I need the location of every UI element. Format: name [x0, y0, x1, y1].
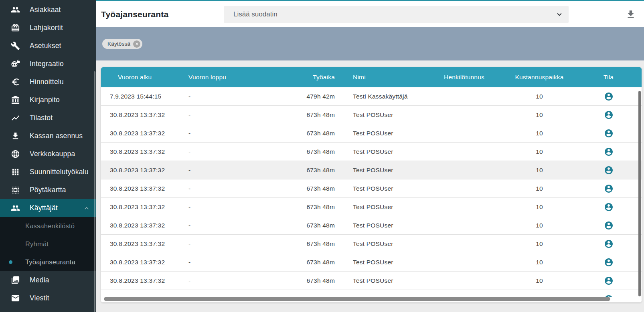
cell-tila [575, 165, 642, 175]
dashed-square-icon [10, 185, 20, 195]
cell-vuoron-loppu: - [180, 222, 253, 229]
cell-tyoaika: 673h 48m [253, 203, 339, 211]
cell-tila [575, 129, 642, 138]
add-filter-dropdown[interactable]: Lisää suodatin [224, 6, 569, 23]
cell-tyoaika: 673h 48m [253, 111, 339, 119]
table-row[interactable]: 30.8.2023 13:37:32-673h 48mTest POSUser1… [101, 179, 642, 198]
chevron-down-icon [555, 10, 564, 19]
grid-icon [10, 167, 20, 177]
vertical-scrollbar[interactable] [638, 91, 641, 296]
person-status-icon[interactable] [604, 129, 614, 138]
time-tracking-table-card: Vuoron alkuVuoron loppuTyöaikaNimiHenkil… [101, 67, 642, 302]
sidebar-item-label: Hinnoittelu [30, 78, 64, 86]
table-header-row: Vuoron alkuVuoron loppuTyöaikaNimiHenkil… [101, 67, 642, 87]
cell-vuoron-alku: 30.8.2023 13:37:32 [101, 203, 180, 211]
download-button[interactable] [626, 9, 636, 20]
sidebar-item-media[interactable]: Media [0, 271, 96, 289]
cell-nimi: Test POSUser [339, 203, 425, 211]
sidebar-item-label: Integraatio [30, 60, 64, 68]
cell-tyoaika: 479h 42m [253, 93, 339, 100]
table-row[interactable]: 30.8.2023 13:37:32-673h 48mTest POSUser1… [101, 161, 642, 179]
sidebar: AsiakkaatLahjakortitAsetuksetIntegraatio… [0, 0, 96, 312]
giftcard-icon [10, 23, 20, 33]
cell-vuoron-alku: 30.8.2023 13:37:32 [101, 148, 180, 155]
sidebar-item-verkkokauppa[interactable]: Verkkokauppa [0, 145, 96, 163]
sidebar-item-suunnittelutyokalu[interactable]: Suunnittelutyökalu [0, 163, 96, 181]
sidebar-item-label: Verkkokauppa [30, 150, 75, 158]
cell-nimi: Test POSUser [339, 277, 425, 284]
table-row[interactable]: 30.8.2023 13:37:32-673h 48mTest POSUser1… [101, 198, 642, 216]
cell-vuoron-alku: 7.9.2023 15:44:15 [101, 93, 180, 100]
table-row[interactable]: 30.8.2023 13:37:32-673h 48mTest POSUser1… [101, 253, 642, 272]
column-header-vuoron-alku: Vuoron alku [101, 74, 180, 81]
person-status-icon[interactable] [604, 165, 614, 175]
sidebar-item-tilastot[interactable]: Tilastot [0, 109, 96, 127]
cell-vuoron-loppu: - [180, 259, 253, 266]
sidebar-item-asiakkaat[interactable]: Asiakkaat [0, 1, 96, 19]
table-row[interactable]: 30.8.2023 13:37:32-673h 48mTest POSUser1… [101, 235, 642, 253]
cell-nimi: Test POSUser [339, 259, 425, 266]
cell-vuoron-loppu: - [180, 203, 253, 211]
content-area: Vuoron alkuVuoron loppuTyöaikaNimiHenkil… [96, 60, 644, 312]
sidebar-item-label: Suunnittelutyökalu [30, 168, 89, 176]
table-row[interactable]: 7.9.2023 15:44:15-479h 42mTesti Kassakäy… [101, 87, 642, 106]
sidebar-item-kayttajat[interactable]: Käyttäjät [0, 199, 96, 217]
cell-kustannuspaikka: 10 [503, 222, 575, 229]
person-status-icon[interactable] [604, 184, 614, 193]
sidebar-item-lahjakortit[interactable]: Lahjakortit [0, 19, 96, 37]
person-status-icon[interactable] [604, 276, 614, 286]
person-status-icon[interactable] [604, 92, 614, 101]
cell-tila [575, 202, 642, 212]
table-row[interactable]: 30.8.2023 13:37:32-673h 48mTest POSUser1… [101, 143, 642, 161]
sidebar-item-label: Kirjanpito [30, 96, 60, 104]
sidebar-item-viestit[interactable]: Viestit [0, 289, 96, 307]
sidebar-item-integraatio[interactable]: Integraatio [0, 55, 96, 73]
person-status-icon[interactable] [604, 239, 614, 249]
close-icon [135, 42, 139, 46]
cell-tyoaika: 673h 48m [253, 185, 339, 192]
sidebar-item-hinnoittelu[interactable]: Hinnoittelu [0, 73, 96, 91]
table-row[interactable]: 30.8.2023 13:37:32-673h 48mTest POSUser1… [101, 124, 642, 143]
sidebar-item-ryhmat[interactable]: Ryhmät [0, 235, 96, 253]
sidebar-item-tyoajanseuranta[interactable]: Työajanseuranta [0, 253, 96, 271]
sidebar-item-kassan-asennus[interactable]: Kassan asennus [0, 127, 96, 145]
person-status-icon[interactable] [604, 221, 614, 230]
media-icon [10, 276, 20, 285]
cell-kustannuspaikka: 10 [503, 277, 575, 284]
sidebar-nav: AsiakkaatLahjakortitAsetuksetIntegraatio… [0, 1, 96, 307]
people-icon [10, 5, 20, 15]
cell-nimi: Test POSUser [339, 111, 425, 119]
sidebar-scrollbar[interactable] [94, 71, 95, 312]
cell-tyoaika: 673h 48m [253, 259, 339, 266]
table-row[interactable]: 30.8.2023 13:37:32-673h 48mTest POSUser1… [101, 272, 642, 290]
main-pane: Työajanseuranta Lisää suodatin Käytössä [96, 0, 644, 312]
cell-tyoaika: 673h 48m [253, 130, 339, 137]
table-row[interactable]: 30.8.2023 13:37:32-673h 48mTest POSUser1… [101, 216, 642, 235]
cell-tyoaika: 673h 48m [253, 222, 339, 229]
cell-vuoron-alku: 30.8.2023 13:37:32 [101, 222, 180, 229]
download-icon [10, 131, 20, 141]
cell-tyoaika: 673h 48m [253, 167, 339, 174]
horizontal-scrollbar-track [101, 297, 642, 302]
globe-icon [10, 149, 20, 159]
person-status-icon[interactable] [604, 110, 614, 120]
cell-vuoron-loppu: - [180, 167, 253, 174]
sidebar-item-kirjanpito[interactable]: Kirjanpito [0, 91, 96, 109]
cell-vuoron-alku: 30.8.2023 13:37:32 [101, 130, 180, 137]
table-row[interactable]: 30.8.2023 13:37:32-673h 48mTest POSUser1… [101, 106, 642, 124]
cell-vuoron-loppu: - [180, 148, 253, 155]
sidebar-item-asetukset[interactable]: Asetukset [0, 37, 96, 55]
cell-vuoron-loppu: - [180, 185, 253, 192]
filter-chip-label: Käytössä [107, 41, 130, 47]
sidebar-item-kassahenkilosto[interactable]: Kassahenkilöstö [0, 217, 96, 235]
column-header-tyoaika: Työaika [253, 74, 339, 81]
sidebar-item-label: Käyttäjät [30, 204, 58, 212]
chip-remove-button[interactable] [133, 40, 140, 48]
cell-tyoaika: 673h 48m [253, 148, 339, 155]
person-status-icon[interactable] [604, 258, 614, 267]
sidebar-item-poytakartta[interactable]: Pöytäkartta [0, 181, 96, 199]
horizontal-scrollbar[interactable] [104, 297, 610, 301]
person-status-icon[interactable] [604, 202, 614, 212]
person-status-icon[interactable] [604, 147, 614, 157]
cell-nimi: Testi Kassakäyttäjä [339, 93, 425, 100]
